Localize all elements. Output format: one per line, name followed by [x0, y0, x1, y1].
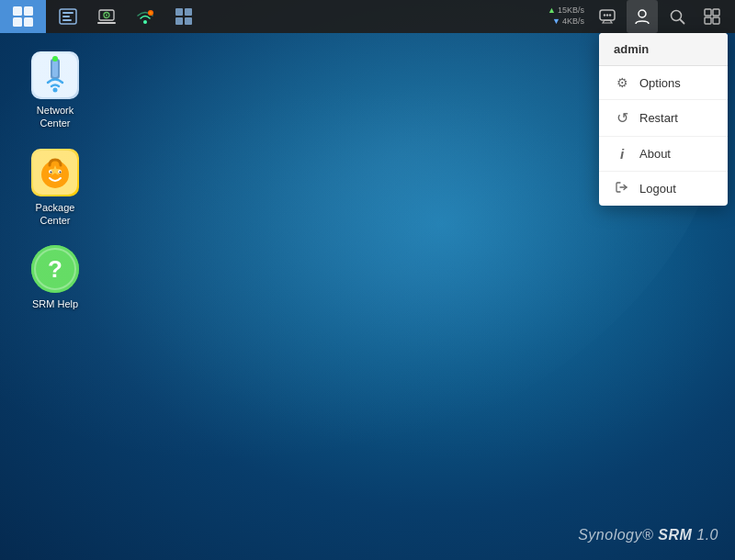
taskbar-logo[interactable]: [0, 0, 46, 33]
desktop: ▲ 15KB/s ▼ 4KB/s: [0, 0, 735, 560]
desktop-icon-srm-help[interactable]: ? SRM Help: [18, 240, 92, 316]
dropdown-about[interactable]: i About: [599, 137, 728, 172]
options-icon: ⚙: [614, 75, 630, 90]
chat-icon-btn[interactable]: [592, 0, 623, 33]
brand-company: Synology: [578, 527, 642, 543]
brand-product: SRM: [658, 527, 692, 543]
taskbar-app-wifi[interactable]: [127, 0, 164, 33]
dropdown-logout[interactable]: Logout: [599, 172, 728, 206]
svg-rect-17: [175, 17, 183, 25]
svg-rect-9: [97, 22, 116, 24]
svg-rect-28: [705, 17, 711, 24]
svg-rect-7: [62, 19, 72, 21]
svg-rect-5: [62, 12, 74, 14]
desktop-icon-network-center[interactable]: Network Center: [18, 46, 92, 136]
network-center-icon: [31, 51, 79, 99]
srm-help-label: SRM Help: [32, 297, 78, 310]
search-icon-btn[interactable]: [662, 0, 693, 33]
svg-point-24: [672, 11, 682, 21]
svg-rect-2: [13, 17, 22, 27]
download-speed: 4KB/s: [562, 17, 584, 28]
svg-point-40: [60, 171, 62, 173]
svg-rect-27: [713, 9, 719, 16]
network-speed: ▲ 15KB/s ▼ 4KB/s: [548, 6, 584, 27]
svg-rect-0: [13, 6, 22, 16]
svg-point-12: [143, 20, 147, 24]
svg-point-33: [53, 88, 58, 93]
logout-label: Logout: [639, 182, 676, 196]
svg-point-39: [51, 171, 52, 173]
svg-rect-29: [713, 17, 719, 24]
dropdown-restart[interactable]: ↺ Restart: [599, 100, 728, 137]
dropdown-options[interactable]: ⚙ Options: [599, 66, 728, 100]
svg-rect-26: [705, 9, 711, 16]
svg-point-14: [150, 12, 153, 15]
svg-point-20: [604, 14, 605, 16]
svg-point-21: [606, 14, 608, 16]
restart-label: Restart: [639, 111, 678, 125]
taskbar-right: ▲ 15KB/s ▼ 4KB/s: [548, 0, 735, 33]
taskbar-app-network[interactable]: [88, 0, 125, 33]
svg-rect-1: [24, 6, 33, 16]
restart-icon: ↺: [614, 109, 630, 127]
svg-point-34: [52, 56, 58, 62]
svg-rect-3: [24, 17, 33, 27]
svg-point-23: [639, 10, 646, 17]
options-label: Options: [639, 76, 681, 90]
svg-rect-15: [175, 8, 183, 16]
svg-point-22: [609, 14, 611, 16]
logout-icon: [614, 181, 630, 196]
about-label: About: [639, 147, 671, 161]
about-icon: i: [614, 146, 630, 162]
taskbar-app-task-manager[interactable]: [50, 0, 86, 33]
svg-line-25: [681, 20, 684, 24]
user-icon-btn[interactable]: [627, 0, 658, 33]
srm-help-icon: ?: [31, 245, 79, 293]
svg-rect-18: [185, 17, 192, 25]
dropdown-username: admin: [599, 33, 728, 66]
taskbar: ▲ 15KB/s ▼ 4KB/s: [0, 0, 735, 33]
package-center-icon: [31, 149, 79, 196]
svg-point-36: [41, 161, 69, 188]
taskbar-app-control-panel[interactable]: [165, 0, 202, 33]
svg-text:?: ?: [48, 255, 62, 283]
svg-rect-16: [185, 8, 192, 16]
svg-rect-32: [52, 61, 58, 77]
branding: Synology® SRM 1.0: [578, 527, 718, 543]
package-center-label: PackageCenter: [36, 201, 75, 228]
user-dropdown-menu: admin ⚙ Options ↺ Restart i About Logout: [599, 33, 728, 206]
taskbar-apps: [46, 0, 548, 33]
network-center-label: Network Center: [22, 104, 88, 130]
brand-version: 1.0: [696, 527, 718, 543]
desktop-icons: Network Center: [18, 46, 92, 316]
desktop-icon-package-center[interactable]: PackageCenter: [18, 143, 92, 233]
svg-rect-6: [62, 16, 70, 17]
window-manager-icon-btn[interactable]: [696, 0, 728, 33]
svg-point-11: [106, 15, 107, 17]
upload-speed: 15KB/s: [558, 6, 584, 17]
